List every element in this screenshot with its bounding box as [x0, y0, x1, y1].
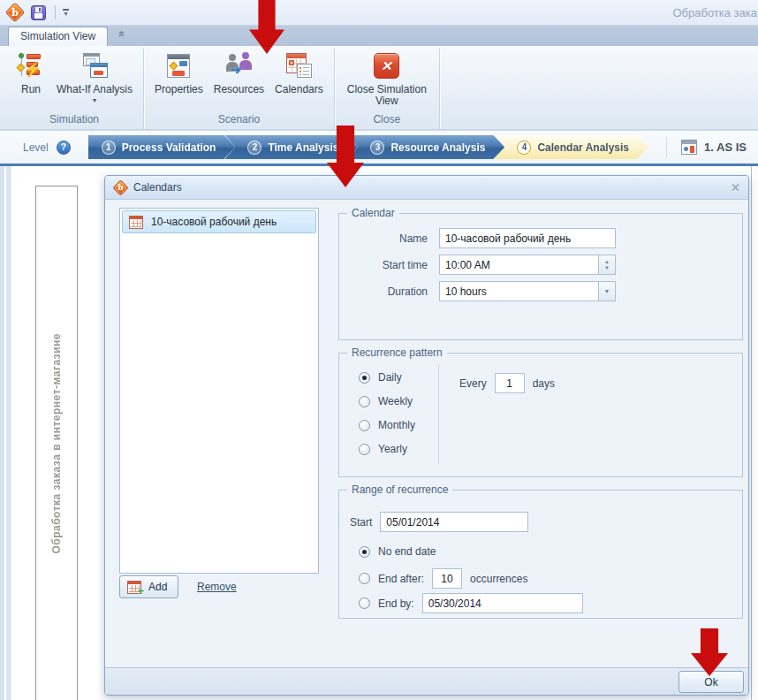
ribbon-group-label: Scenario — [147, 112, 331, 129]
calendar-item-icon — [129, 216, 143, 229]
groupbox-legend: Recurrence pattern — [347, 346, 447, 359]
model-label: 1. AS IS — [704, 141, 747, 154]
tab-simulation-view[interactable]: Simulation View — [8, 27, 108, 46]
every-days-field[interactable] — [495, 373, 525, 393]
divider — [666, 137, 667, 158]
window-edge — [0, 166, 11, 700]
start-time-label: Start time — [352, 259, 428, 271]
radio-button[interactable] — [359, 546, 370, 558]
every-label: Every — [459, 377, 487, 390]
ribbon-group-close: ✕ Close Simulation View Close — [335, 49, 440, 129]
radio-button[interactable] — [359, 573, 370, 584]
ribbon-group-simulation: ⚡ Run What-If Analysis ▾ Simulation — [5, 49, 144, 129]
radio-no-end-date[interactable]: No end date — [359, 545, 436, 558]
run-button[interactable]: ⚡ Run — [11, 49, 51, 97]
calendars-dialog: b Calendars ✕ 10-часовой рабочий день + … — [104, 175, 749, 696]
duration-label: Duration — [352, 285, 428, 298]
application-window: b ▾ Обработка зака Simulation View » ⚡ — [0, 0, 758, 700]
dialog-titlebar[interactable]: b Calendars ✕ — [105, 176, 748, 200]
background-window-sliver — [751, 166, 758, 700]
close-simulation-view-button[interactable]: ✕ Close Simulation View — [340, 49, 434, 109]
ribbon: ⚡ Run What-If Analysis ▾ Simulation — [0, 46, 758, 131]
end-by-field[interactable] — [422, 593, 583, 613]
run-icon: ⚡ — [16, 51, 46, 81]
calendar-list-item[interactable]: 10-часовой рабочий день — [122, 210, 316, 233]
start-time-field[interactable] — [439, 255, 616, 275]
radio-button[interactable] — [359, 396, 370, 407]
radio-yearly[interactable]: Yearly — [359, 443, 415, 455]
what-if-analysis-icon — [80, 51, 110, 81]
ribbon-group-scenario: Properties ➜ Resources Calendars Scenari — [144, 49, 335, 129]
properties-icon — [163, 51, 193, 81]
radio-weekly[interactable]: Weekly — [359, 395, 415, 407]
recurrence-groupbox: Recurrence pattern Daily Weekly Monthly — [338, 353, 743, 477]
radio-button[interactable] — [359, 597, 370, 609]
radio-monthly[interactable]: Monthly — [359, 419, 415, 431]
diagram-canvas: Обработка заказа в интернет-магазине b C… — [0, 166, 758, 700]
lightning-icon: ⚡ — [24, 61, 42, 78]
radio-end-by[interactable]: End by: — [359, 593, 583, 613]
model-selector[interactable]: 1. AS IS — [681, 140, 747, 155]
help-icon[interactable]: ? — [57, 141, 71, 155]
resources-button[interactable]: ➜ Resources — [208, 49, 269, 97]
ok-button[interactable]: Ok — [678, 671, 744, 693]
arrow-right-icon: ➜ — [230, 62, 241, 78]
name-label: Name — [352, 232, 428, 245]
end-after-field[interactable] — [432, 568, 462, 589]
divider — [438, 364, 439, 464]
duration-dropdown-icon[interactable]: ▼ — [598, 282, 615, 301]
remove-link[interactable]: Remove — [197, 581, 237, 593]
properties-button[interactable]: Properties — [149, 49, 208, 97]
step-process-validation[interactable]: 1 Process Validation — [88, 135, 236, 159]
dialog-title: Calendars — [133, 181, 182, 194]
step-calendar-analysis[interactable]: 4 Calendar Analysis — [494, 135, 648, 159]
ribbon-group-label: Simulation — [8, 112, 140, 129]
time-spinner[interactable]: ▲ ▼ — [598, 255, 615, 274]
start-date-field[interactable] — [380, 512, 528, 532]
collapse-ribbon-icon[interactable]: » — [114, 33, 127, 37]
bpmn-pool[interactable]: Обработка заказа в интернет-магазине — [35, 186, 78, 700]
dialog-footer: Ok — [105, 667, 748, 695]
app-logo-icon: b — [6, 4, 24, 21]
name-field[interactable] — [439, 228, 616, 248]
add-calendar-icon: + — [127, 581, 141, 594]
chevron-down-icon[interactable]: ▾ — [93, 97, 96, 103]
calendar-groupbox: Calendar Name Start time ▲ ▼ — [338, 213, 743, 340]
titlebar: b ▾ Обработка зака — [0, 0, 758, 26]
diagram-icon — [681, 140, 697, 155]
close-icon: ✕ — [372, 51, 402, 81]
radio-end-after[interactable]: End after: occurrences — [359, 568, 527, 589]
resources-icon: ➜ — [224, 51, 254, 81]
dialog-close-icon[interactable]: ✕ — [731, 181, 740, 194]
app-logo-icon: b — [113, 180, 128, 195]
toolbar-separator — [55, 5, 56, 19]
window-title: Обработка зака — [672, 6, 757, 19]
step-resource-analysis[interactable]: 3 Resource Analysis — [347, 135, 504, 159]
radio-daily[interactable]: Daily — [359, 371, 415, 384]
what-if-analysis-button[interactable]: What-If Analysis ▾ — [51, 49, 138, 105]
calendars-button[interactable]: Calendars — [269, 49, 329, 97]
calendar-list[interactable]: 10-часовой рабочий день — [119, 208, 319, 574]
start-label: Start — [350, 516, 372, 529]
add-button[interactable]: + Add — [119, 575, 178, 598]
calendar-item-label: 10-часовой рабочий день — [151, 216, 277, 228]
level-bar: Level ? 1 Process Validation 2 Time Anal… — [0, 131, 758, 166]
save-icon[interactable] — [31, 5, 46, 20]
quick-access-dropdown-icon[interactable]: ▾ — [63, 9, 69, 17]
radio-button[interactable] — [359, 444, 370, 455]
spinner-down-icon[interactable]: ▼ — [604, 265, 610, 271]
duration-field[interactable] — [439, 281, 616, 301]
pool-title: Обработка заказа в интернет-магазине — [50, 333, 63, 554]
days-label: days — [533, 377, 555, 390]
ribbon-tabstrip: Simulation View » — [0, 26, 758, 46]
level-label: Level — [23, 141, 49, 154]
calendars-icon — [284, 51, 314, 81]
groupbox-legend: Range of recurrence — [347, 483, 452, 496]
groupbox-legend: Calendar — [347, 207, 399, 219]
range-groupbox: Range of recurrence Start No end date En… — [338, 490, 743, 619]
simulation-steps-breadcrumb: 1 Process Validation 2 Time Analysis 3 R… — [88, 135, 648, 159]
spinner-up-icon[interactable]: ▲ — [604, 259, 610, 265]
radio-button[interactable] — [359, 372, 370, 384]
radio-button[interactable] — [359, 420, 370, 431]
